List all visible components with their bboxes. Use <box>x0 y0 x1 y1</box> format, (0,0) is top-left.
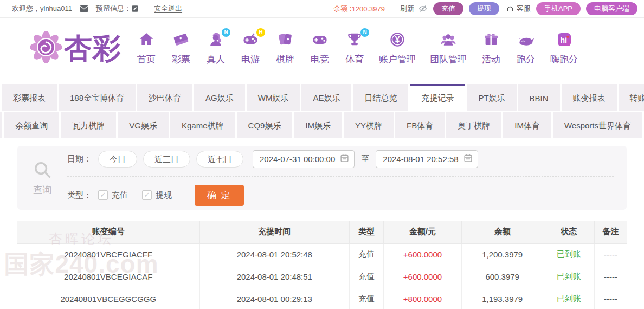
team-icon <box>438 31 459 50</box>
nav-item-home[interactable]: 首页 <box>129 31 164 66</box>
tab-r2-10[interactable]: IM体育 <box>503 112 551 138</box>
hi-app-icon: hi <box>554 31 575 50</box>
welcome-text: 欢迎您，yinhua011 <box>12 4 72 14</box>
cell-time: 2024-08-01 20:52:48 <box>199 243 350 266</box>
tab-r1-7[interactable]: 日结总览 <box>353 84 408 111</box>
type-checkbox-label: 提现 <box>156 190 172 201</box>
nav-item-cards[interactable]: 棋牌 <box>268 31 302 66</box>
cell-time: 2024-08-01 00:29:13 <box>199 288 350 309</box>
tab-r2-8[interactable]: FB体育 <box>395 112 445 138</box>
cards-icon <box>275 31 295 50</box>
type-checkbox-label: 充值 <box>112 190 128 201</box>
slots-gamepad-icon: H <box>240 31 261 50</box>
tab-r2-4[interactable]: Kgame棋牌 <box>170 112 235 138</box>
date-filter-row: 日期： 今日近三日近七日 2024-07-31 00:00:00 至 2024-… <box>67 150 614 177</box>
balance-value: 1200.3979 <box>352 5 385 13</box>
nav-item-gift[interactable]: 活动 <box>474 31 508 66</box>
nav-item-label: 体育 <box>344 53 365 66</box>
tab-r1-9[interactable]: PT娱乐 <box>467 84 516 111</box>
cell-status: 已到账 <box>543 266 594 288</box>
topbar: 欢迎您，yinhua011 预留信息： 安全退出 余额 : 1200.3979 … <box>0 0 644 18</box>
envelope-icon[interactable] <box>80 5 88 12</box>
eye-off-icon[interactable] <box>418 4 428 13</box>
type-checkbox-2[interactable]: ✓提现 <box>142 190 172 201</box>
type-filter-row: 类型： ✓充值✓提现 确 定 <box>67 177 614 206</box>
date-range-to-label: 至 <box>361 154 369 164</box>
tab-row-2: 余额查询瓦力棋牌VG娱乐Kgame棋牌CQ9娱乐IM娱乐YY棋牌FB体育奥丁棋牌… <box>0 112 644 138</box>
column-header: 类型 <box>350 221 384 243</box>
nav-item-label: 活动 <box>481 53 501 66</box>
customer-service-button[interactable]: 客服 <box>506 4 531 14</box>
nav-item-label: 账户管理 <box>379 53 416 66</box>
records-table: 账变编号充提时间类型金额/元余额状态备注 20240801VBCEGIACFF2… <box>17 221 627 309</box>
nav-item-live-person[interactable]: N真人 <box>198 31 233 66</box>
main-nav: 首页彩票N真人H电游棋牌电竞N体育¥账户管理团队管理活动跑分hi嗨跑分 <box>129 31 585 66</box>
mobile-app-button[interactable]: 手机APP <box>536 2 581 15</box>
nav-item-label: 棋牌 <box>275 53 295 66</box>
pc-client-button[interactable]: 电脑客户端 <box>586 2 637 15</box>
logout-link[interactable]: 安全退出 <box>154 4 182 14</box>
tab-r2-1[interactable]: 余额查询 <box>4 112 59 138</box>
cell-balance: 1,193.3979 <box>461 288 543 309</box>
tab-r1-5[interactable]: WM娱乐 <box>247 84 300 111</box>
cell-note: ----- <box>594 243 627 266</box>
tab-r2-9[interactable]: 奥丁棋牌 <box>446 112 501 138</box>
tab-r2-11[interactable]: Wesports世界体育 <box>553 112 642 138</box>
headset-icon <box>506 5 514 13</box>
date-from-input[interactable]: 2024-07-31 00:00:00 <box>253 150 355 168</box>
report-tabs: 彩票报表188金宝博体育沙巴体育AG娱乐WM娱乐AE娱乐日结总览充提记录PT娱乐… <box>0 84 644 138</box>
column-header: 备注 <box>594 221 627 243</box>
nav-item-trophy[interactable]: N体育 <box>337 31 372 66</box>
quick-date-button-1[interactable]: 今日 <box>98 151 137 168</box>
nav-item-label: 电竞 <box>310 53 330 66</box>
recharge-button[interactable]: 充值 <box>433 2 463 15</box>
query-side-label: 查询 <box>17 146 67 210</box>
column-header: 充提时间 <box>199 221 350 243</box>
checkbox-icon: ✓ <box>98 190 108 200</box>
nav-item-label: 彩票 <box>171 53 191 66</box>
nav-item-hi-app[interactable]: hi嗨跑分 <box>543 31 585 66</box>
site-logo[interactable]: 杏彩 <box>28 29 121 67</box>
tab-r1-6[interactable]: AE娱乐 <box>301 84 351 111</box>
tab-r1-10[interactable]: BBIN <box>518 84 560 111</box>
quick-date-button-2[interactable]: 近三日 <box>143 151 190 168</box>
tab-r1-12[interactable]: 转账报表 <box>619 84 644 111</box>
customer-service-label: 客服 <box>517 4 531 14</box>
cell-note: ----- <box>594 288 627 309</box>
nav-item-label: 电游 <box>240 53 261 66</box>
nav-item-ticket[interactable]: 彩票 <box>164 31 198 66</box>
checkbox-icon: ✓ <box>142 190 152 200</box>
withdraw-button[interactable]: 提现 <box>469 2 499 15</box>
nav-item-rhino[interactable]: 跑分 <box>508 31 543 66</box>
nav-item-esports-gamepad[interactable]: 电竞 <box>302 31 337 66</box>
brand-name: 杏彩 <box>64 34 121 62</box>
edit-pencil-icon[interactable] <box>131 5 139 12</box>
query-panel: 查询 日期： 今日近三日近七日 2024-07-31 00:00:00 至 20… <box>17 146 627 210</box>
svg-text:¥: ¥ <box>395 35 400 44</box>
tab-r2-5[interactable]: CQ9娱乐 <box>237 112 293 138</box>
tab-r2-2[interactable]: 瓦力棋牌 <box>61 112 116 138</box>
date-to-input[interactable]: 2024-08-01 20:52:58 <box>376 150 478 168</box>
query-label: 查询 <box>33 184 51 196</box>
quick-date-button-3[interactable]: 近七日 <box>196 151 243 168</box>
tab-r1-2[interactable]: 188金宝博体育 <box>59 84 136 111</box>
nav-item-yen-coin[interactable]: ¥账户管理 <box>372 31 423 66</box>
confirm-button[interactable]: 确 定 <box>195 185 244 206</box>
tab-r2-3[interactable]: VG娱乐 <box>118 112 169 138</box>
tab-r1-11[interactable]: 账变报表 <box>562 84 617 111</box>
nav-item-team[interactable]: 团队管理 <box>423 31 474 66</box>
tab-r2-6[interactable]: IM娱乐 <box>294 112 342 138</box>
live-person-icon: N <box>205 31 226 50</box>
nav-item-slots-gamepad[interactable]: H电游 <box>233 31 268 66</box>
home-icon <box>136 31 157 50</box>
tab-r1-1[interactable]: 彩票报表 <box>2 84 57 111</box>
yen-coin-icon: ¥ <box>387 31 408 50</box>
tab-r1-3[interactable]: 沙巴体育 <box>137 84 192 111</box>
tab-r1-4[interactable]: AG娱乐 <box>194 84 245 111</box>
column-header: 账变编号 <box>17 221 199 243</box>
refresh-button[interactable]: 刷新 <box>400 4 414 14</box>
cell-id: 20240801VBCEGIACFF <box>17 243 199 266</box>
tab-r1-8[interactable]: 充提记录 <box>410 84 465 111</box>
tab-r2-7[interactable]: YY棋牌 <box>344 112 394 138</box>
type-checkbox-1[interactable]: ✓充值 <box>98 190 128 201</box>
